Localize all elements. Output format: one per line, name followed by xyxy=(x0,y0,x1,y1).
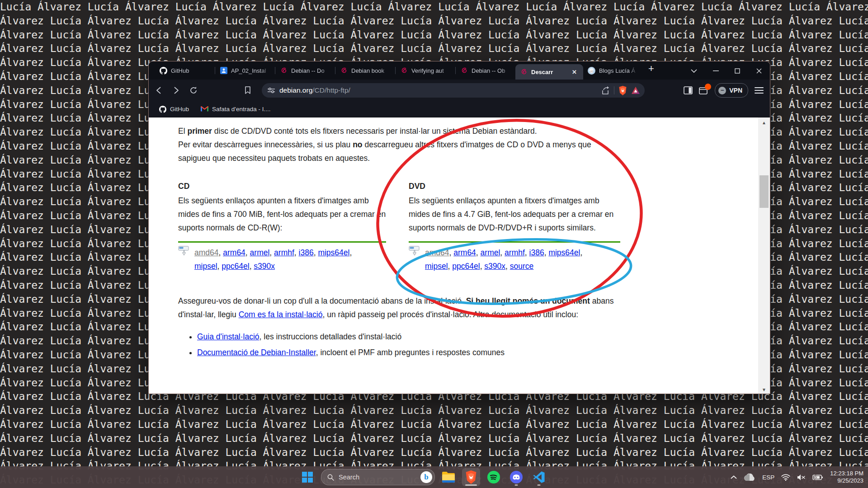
green-rule xyxy=(409,241,620,243)
bookmark-gmail-inbox[interactable]: Safata d'entrada - I.... xyxy=(201,105,270,113)
link[interactable]: amd64 xyxy=(194,248,219,257)
volume-muted-icon[interactable] xyxy=(797,474,806,481)
tab-label: Debian -- Ob xyxy=(472,67,511,74)
link[interactable]: s390x xyxy=(484,262,505,271)
list-item: Documentació de Debian-Installer, incloe… xyxy=(197,346,759,359)
sidebar-toggle-icon[interactable] xyxy=(684,86,693,94)
bookmark-label: GitHub xyxy=(170,106,189,113)
gmail-icon xyxy=(201,105,208,113)
browser-window: GitHub AP_02_Instal Debian -- Do Debian … xyxy=(148,61,770,394)
link[interactable]: amd64 xyxy=(425,248,449,257)
taskbar-vscode[interactable] xyxy=(530,468,548,486)
link[interactable]: mipsel xyxy=(194,262,217,271)
link[interactable]: arm64 xyxy=(223,248,245,257)
wifi-icon[interactable] xyxy=(781,474,790,481)
brave-rewards-bat-icon[interactable] xyxy=(631,86,640,94)
scrollbar-thumb[interactable] xyxy=(760,175,769,208)
link[interactable]: Documentació de Debian-Installer xyxy=(197,348,316,357)
new-tab-button[interactable]: + xyxy=(643,61,660,80)
notification-dot xyxy=(705,84,711,90)
link[interactable]: armhf xyxy=(505,248,525,257)
minimize-button[interactable] xyxy=(705,62,726,80)
debian-icon xyxy=(520,68,528,76)
taskbar-discord[interactable] xyxy=(507,468,525,486)
bookmark-github[interactable]: GitHub xyxy=(159,105,189,113)
tab-search-chevron-icon[interactable] xyxy=(683,62,705,80)
cd-heading: CD xyxy=(178,179,386,193)
cd-description: Els següents enllaços apunten a fitxers … xyxy=(178,194,386,235)
link[interactable]: s390x xyxy=(254,262,275,271)
pill-separator xyxy=(614,86,614,94)
brave-shields-icon[interactable] xyxy=(618,86,627,95)
link[interactable]: i386 xyxy=(529,248,544,257)
tab-blogs-lucia[interactable]: Blogs Lucía Á xyxy=(583,61,643,80)
search-icon xyxy=(327,474,334,481)
language-indicator[interactable]: ESP xyxy=(762,474,774,481)
bookmark-icon[interactable] xyxy=(245,86,255,94)
reload-button[interactable] xyxy=(189,86,200,94)
address-bar[interactable]: debian.org/CD/http-ftp/ xyxy=(262,83,645,98)
bookmark-label: Safata d'entrada - I.... xyxy=(212,106,270,113)
link[interactable]: ppc64el xyxy=(452,262,480,271)
vpn-button[interactable]: − VPN xyxy=(715,83,748,98)
link[interactable]: armhf xyxy=(274,248,294,257)
clock[interactable]: 12:23:18 PM 9/25/2023 xyxy=(830,470,863,484)
tab-debian-do[interactable]: Debian -- Do xyxy=(275,61,335,80)
battery-charging-icon[interactable] xyxy=(812,474,823,480)
link[interactable]: armel xyxy=(481,248,500,257)
green-rule xyxy=(178,241,386,243)
tab-github[interactable]: GitHub xyxy=(155,61,215,80)
scrollbar[interactable]: ▲ ▼ xyxy=(758,117,770,394)
tab-debian-ob[interactable]: Debian -- Ob xyxy=(456,61,515,80)
tray-chevron-up-icon[interactable] xyxy=(731,475,737,479)
site-settings-icon[interactable] xyxy=(267,87,275,94)
reading-list-icon[interactable] xyxy=(699,86,708,94)
search-placeholder: Search xyxy=(339,474,416,481)
tab-strip: GitHub AP_02_Instal Debian -- Do Debian … xyxy=(149,61,770,80)
tab-ap02-instal[interactable]: AP_02_Instal xyxy=(215,61,275,80)
person-blue-icon xyxy=(220,67,227,75)
taskbar-brave[interactable] xyxy=(462,468,480,486)
onedrive-cloud-icon[interactable] xyxy=(744,474,755,481)
taskbar-file-explorer[interactable] xyxy=(439,468,458,486)
debian-icon xyxy=(280,67,288,75)
tab-descarr-active[interactable]: Descarr ✕ xyxy=(515,64,583,80)
taskbar-search[interactable]: Search b xyxy=(321,469,435,485)
share-icon[interactable] xyxy=(601,86,610,95)
link[interactable]: source xyxy=(510,262,534,271)
link[interactable]: i386 xyxy=(299,248,314,257)
maximize-button[interactable] xyxy=(726,62,748,80)
link[interactable]: Com es fa la instal·lació xyxy=(239,310,323,319)
scroll-down-arrow[interactable]: ▼ xyxy=(758,385,770,394)
tab-close-icon[interactable]: ✕ xyxy=(570,68,579,76)
running-indicator xyxy=(515,484,518,486)
start-button[interactable] xyxy=(298,468,316,486)
link[interactable]: arm64 xyxy=(453,248,476,257)
avatar-icon xyxy=(588,67,595,75)
bing-icon[interactable]: b xyxy=(420,471,432,483)
cd-section: CD Els següents enllaços apunten a fitxe… xyxy=(178,179,386,273)
scroll-up-arrow[interactable]: ▲ xyxy=(758,117,770,127)
back-button[interactable] xyxy=(155,86,166,94)
link[interactable]: Guia d'instal·lació xyxy=(197,332,259,341)
tab-verifying-aut[interactable]: Verifying aut xyxy=(396,61,455,80)
taskbar-spotify[interactable] xyxy=(485,468,503,486)
link[interactable]: armel xyxy=(250,248,270,257)
download-icon xyxy=(178,246,190,257)
page-content: El primer disc de CD/DVD conté tots els … xyxy=(149,117,770,394)
link[interactable]: mips64el xyxy=(548,248,580,257)
url-text[interactable]: debian.org/CD/http-ftp/ xyxy=(279,86,597,94)
forward-button[interactable] xyxy=(172,86,183,94)
vscode-icon xyxy=(533,471,545,483)
close-button[interactable] xyxy=(748,62,770,80)
link[interactable]: ppc64el xyxy=(222,262,249,271)
menu-hamburger-icon[interactable] xyxy=(755,87,764,94)
link[interactable]: mips64el xyxy=(318,248,349,257)
folder-icon xyxy=(442,471,455,483)
link[interactable]: mipsel xyxy=(425,262,448,271)
windows-logo-icon xyxy=(302,472,313,483)
cd-arch-links: amd64, arm64, armel, armhf, i386, mips64… xyxy=(194,246,377,273)
docs-paragraph: Assegureu-vos de donar-li un cop d'ull a… xyxy=(178,294,623,321)
tab-debian-book[interactable]: Debian book xyxy=(335,61,395,80)
list-item: Guia d'instal·lació, les instruccions de… xyxy=(197,330,759,343)
